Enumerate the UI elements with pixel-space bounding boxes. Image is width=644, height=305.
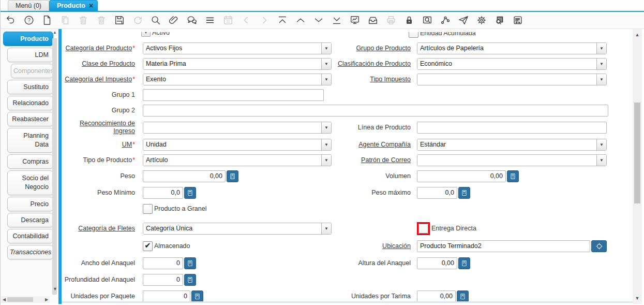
sidebar-item-transacciones[interactable]: Transacciones (7, 245, 53, 259)
locator-button[interactable] (591, 240, 607, 252)
report-icon[interactable] (349, 14, 361, 26)
weight-min-input[interactable] (143, 187, 183, 199)
sidebar-item-contabilidad[interactable]: Contabilidad (7, 229, 53, 243)
mail-pattern-value[interactable] (417, 155, 596, 166)
group1-input[interactable] (143, 89, 324, 101)
scrollbar-thumb[interactable] (634, 103, 640, 204)
workflow-icon[interactable] (439, 14, 451, 26)
stocked-checkbox[interactable] (143, 241, 153, 251)
sidebar-horizontal-scrollbar[interactable]: ◀ ▶ (1, 296, 50, 303)
sidebar-item-ldm[interactable]: LDM (7, 48, 53, 62)
sidebar-hscrollbar-thumb[interactable] (7, 297, 33, 302)
shelf-height-input[interactable] (417, 257, 457, 269)
bulk-product-checkbox[interactable] (143, 204, 153, 214)
archive-icon[interactable] (367, 14, 379, 26)
save-icon[interactable] (113, 14, 125, 26)
chevron-down-icon[interactable]: ▼ (321, 155, 331, 166)
tab-menu[interactable]: Menú (0) (8, 0, 49, 11)
chevron-down-icon[interactable]: ▼ (596, 155, 606, 166)
product-line-input[interactable] (417, 122, 607, 134)
sidebar-scrollbar-thumb[interactable] (52, 38, 57, 295)
zoom-window-icon[interactable] (421, 14, 433, 26)
sidebar-item-producto[interactable]: Producto (3, 32, 53, 46)
calculator-button[interactable] (227, 170, 238, 182)
find-icon[interactable] (149, 14, 161, 26)
product-group-value[interactable] (417, 43, 596, 54)
new-record-icon[interactable] (41, 14, 53, 26)
sidebar-item-descarga[interactable]: Descarga (7, 213, 53, 227)
detail-record-icon[interactable] (312, 14, 324, 26)
units-per-pallet-input[interactable] (417, 291, 456, 302)
freight-category-value[interactable] (143, 223, 321, 234)
tax-category-combo[interactable]: ▼ (143, 74, 332, 85)
volume-input[interactable] (417, 170, 506, 182)
locator-input[interactable] (417, 240, 590, 252)
shelf-depth-input[interactable] (143, 274, 183, 286)
units-per-pack-input[interactable] (143, 291, 190, 302)
calculator-button[interactable] (507, 170, 519, 182)
chevron-down-icon[interactable]: ▼ (596, 43, 606, 54)
chevron-down-icon[interactable]: ▼ (596, 59, 606, 69)
chevron-down-icon[interactable]: ▼ (321, 223, 331, 234)
vertical-scrollbar[interactable]: ▲ ▼ (633, 29, 642, 304)
scroll-left-icon[interactable]: ◀ (1, 297, 7, 302)
scroll-up-icon[interactable]: ▲ (52, 30, 58, 36)
calculator-button[interactable] (457, 291, 469, 302)
sidebar-item-precio[interactable]: Precio (7, 197, 53, 211)
chevron-down-icon[interactable]: ▼ (321, 139, 331, 150)
calculator-button[interactable] (184, 274, 196, 286)
chat-icon[interactable] (186, 14, 198, 26)
calculator-button[interactable] (191, 291, 203, 302)
shelf-width-input[interactable] (143, 257, 183, 269)
calculator-button[interactable] (184, 187, 196, 199)
company-agent-value[interactable] (417, 139, 596, 150)
product-classification-value[interactable] (417, 59, 596, 69)
product-attribute-icon[interactable] (493, 14, 505, 26)
quick-form-icon[interactable] (512, 14, 523, 26)
product-class-combo[interactable]: ▼ (143, 58, 332, 70)
sidebar-vertical-scrollbar[interactable]: ▲ (52, 30, 58, 295)
tax-type-combo[interactable]: ▼ (417, 74, 607, 85)
scroll-right-icon[interactable]: ▶ (43, 297, 50, 302)
direct-ship-checkbox[interactable] (418, 224, 428, 234)
product-group-combo[interactable]: ▼ (417, 42, 607, 54)
sidebar-item-sustituto[interactable]: Sustituto (7, 80, 53, 94)
tab-producto[interactable]: Producto × (49, 0, 98, 11)
mail-pattern-combo[interactable]: ▼ (417, 154, 607, 166)
sidebar-item-relacionado[interactable]: Relacionado (7, 96, 53, 110)
scroll-up-icon[interactable]: ▲ (633, 32, 642, 37)
calculator-button[interactable] (458, 257, 470, 269)
activo-checkbox[interactable]: ▼ (141, 32, 151, 37)
revenue-recognition-combo[interactable]: ▼ (143, 122, 332, 134)
uom-value[interactable] (143, 139, 321, 150)
calculator-button[interactable] (184, 257, 196, 269)
revenue-recognition-value[interactable] (143, 122, 321, 133)
scroll-down-icon[interactable]: ▼ (633, 296, 642, 301)
weight-max-input[interactable] (417, 187, 457, 199)
close-tab-icon[interactable]: × (89, 3, 93, 9)
calculator-button[interactable] (458, 187, 470, 199)
product-type-combo[interactable]: ▼ (143, 154, 332, 166)
product-category-combo[interactable]: ▼ (143, 42, 332, 54)
chevron-down-icon[interactable]: ▼ (321, 122, 331, 133)
chevron-down-icon[interactable]: ▼ (321, 59, 331, 69)
send-mail-icon[interactable] (457, 14, 469, 26)
weight-input[interactable] (143, 170, 226, 182)
tax-type-value[interactable] (417, 74, 596, 85)
company-agent-combo[interactable]: ▼ (417, 139, 607, 151)
last-record-icon[interactable] (331, 14, 342, 26)
attachment-icon[interactable] (168, 14, 179, 26)
sidebar-item-planning-data[interactable]: Planning Data (7, 128, 53, 153)
product-type-value[interactable] (143, 155, 321, 166)
product-class-value[interactable] (143, 59, 321, 69)
group2-input[interactable] (143, 105, 608, 117)
product-classification-combo[interactable]: ▼ (417, 58, 607, 70)
help-icon[interactable]: ? (23, 14, 35, 26)
tax-category-value[interactable] (143, 74, 321, 85)
undo-icon[interactable] (5, 14, 17, 26)
chevron-down-icon[interactable]: ▼ (321, 43, 331, 54)
freight-category-combo[interactable]: ▼ (143, 223, 332, 235)
sidebar-item-socio-del-negocio[interactable]: Socio del Negocio (7, 170, 53, 195)
chevron-down-icon[interactable]: ▼ (321, 74, 331, 85)
tab-overflow-icon[interactable]: ▼ (53, 286, 57, 292)
